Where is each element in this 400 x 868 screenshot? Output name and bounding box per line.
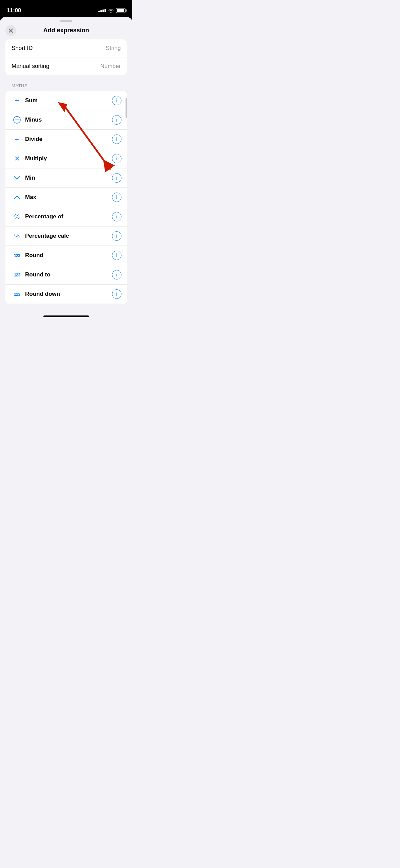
sheet-background: Add expression Short ID String Manual so…	[0, 17, 132, 320]
status-bar: 11:00	[0, 0, 132, 17]
list-item-minus[interactable]: Minus i	[5, 110, 127, 130]
modal-title: Add expression	[43, 27, 89, 34]
wifi-icon	[108, 8, 114, 13]
round-to-label: Round to	[25, 271, 112, 278]
manual-sorting-value: Number	[100, 63, 121, 70]
round-to-info-icon: i	[116, 272, 117, 277]
status-icons	[98, 8, 126, 13]
scrollbar-thumb	[126, 98, 127, 118]
list-item-multiply[interactable]: ✕ Multiply i	[5, 149, 127, 168]
list-item-max[interactable]: Max i	[5, 188, 127, 207]
sum-info-icon: i	[116, 98, 117, 103]
manual-sorting-label: Manual sorting	[12, 63, 50, 70]
round-info-button[interactable]: i	[112, 251, 121, 260]
round-icon: 123	[11, 253, 23, 258]
min-info-button[interactable]: i	[112, 173, 121, 183]
round-down-label: Round down	[25, 291, 112, 297]
min-info-icon: i	[116, 175, 117, 181]
percentage-of-icon: %	[11, 213, 23, 220]
modal-sheet: Add expression Short ID String Manual so…	[0, 17, 132, 320]
minus-info-button[interactable]: i	[112, 115, 121, 125]
max-info-button[interactable]: i	[112, 193, 121, 202]
short-id-value: String	[106, 45, 121, 52]
list-item-round-down[interactable]: 123 Round down i	[5, 285, 127, 304]
round-to-info-button[interactable]: i	[112, 270, 121, 279]
round-down-info-button[interactable]: i	[112, 289, 121, 299]
list-item-divide[interactable]: ÷ Divide i	[5, 130, 127, 149]
min-icon	[11, 176, 23, 180]
percentage-calc-label: Percentage calc	[25, 233, 112, 239]
percentage-calc-icon: %	[11, 233, 23, 240]
percentage-calc-info-button[interactable]: i	[112, 231, 121, 241]
list-item-min[interactable]: Min i	[5, 168, 127, 188]
percentage-of-info-button[interactable]: i	[112, 212, 121, 221]
list-item-round[interactable]: 123 Round i	[5, 246, 127, 265]
signal-icon	[98, 9, 106, 12]
home-bar	[43, 315, 89, 317]
drag-handle[interactable]	[60, 20, 72, 22]
list-item-round-to[interactable]: 123 Round to i	[5, 265, 127, 285]
status-time: 11:00	[7, 7, 21, 14]
round-to-icon: 123	[11, 272, 23, 277]
divide-icon: ÷	[11, 135, 23, 143]
top-fields-card: Short ID String Manual sorting Number	[5, 39, 127, 75]
round-down-info-icon: i	[116, 291, 117, 297]
battery-icon	[116, 8, 126, 13]
sum-icon: +	[11, 96, 23, 105]
minus-icon	[11, 116, 23, 124]
close-button[interactable]	[5, 25, 16, 36]
round-label: Round	[25, 252, 112, 259]
divide-info-icon: i	[116, 137, 117, 142]
modal-header: Add expression	[0, 27, 132, 39]
list-item-percentage-of[interactable]: % Percentage of i	[5, 207, 127, 227]
divide-label: Divide	[25, 136, 112, 143]
short-id-row[interactable]: Short ID String	[5, 39, 127, 57]
short-id-label: Short ID	[12, 45, 33, 52]
minus-label: Minus	[25, 116, 112, 123]
sum-info-button[interactable]: i	[112, 96, 121, 105]
maths-list-card: + Sum i Minu	[5, 91, 127, 304]
percentage-of-info-icon: i	[116, 214, 117, 219]
manual-sorting-row[interactable]: Manual sorting Number	[5, 57, 127, 75]
content-area: Short ID String Manual sorting Number MA…	[0, 39, 132, 304]
multiply-label: Multiply	[25, 155, 112, 162]
list-item-sum[interactable]: + Sum i	[5, 91, 127, 110]
min-label: Min	[25, 175, 112, 181]
percentage-calc-info-icon: i	[116, 233, 117, 239]
multiply-info-icon: i	[116, 156, 117, 161]
multiply-info-button[interactable]: i	[112, 154, 121, 163]
percentage-of-label: Percentage of	[25, 213, 112, 220]
max-icon	[11, 195, 23, 200]
round-down-icon: 123	[11, 292, 23, 297]
multiply-icon: ✕	[11, 155, 23, 163]
list-item-percentage-calc[interactable]: % Percentage calc i	[5, 227, 127, 246]
round-info-icon: i	[116, 253, 117, 258]
home-indicator	[0, 312, 132, 320]
max-info-icon: i	[116, 195, 117, 200]
max-label: Max	[25, 194, 112, 201]
minus-info-icon: i	[116, 117, 117, 123]
divide-info-button[interactable]: i	[112, 134, 121, 144]
maths-list-container: + Sum i Minu	[5, 91, 127, 304]
maths-section-header: MATHS	[5, 83, 127, 91]
sum-label: Sum	[25, 97, 112, 104]
